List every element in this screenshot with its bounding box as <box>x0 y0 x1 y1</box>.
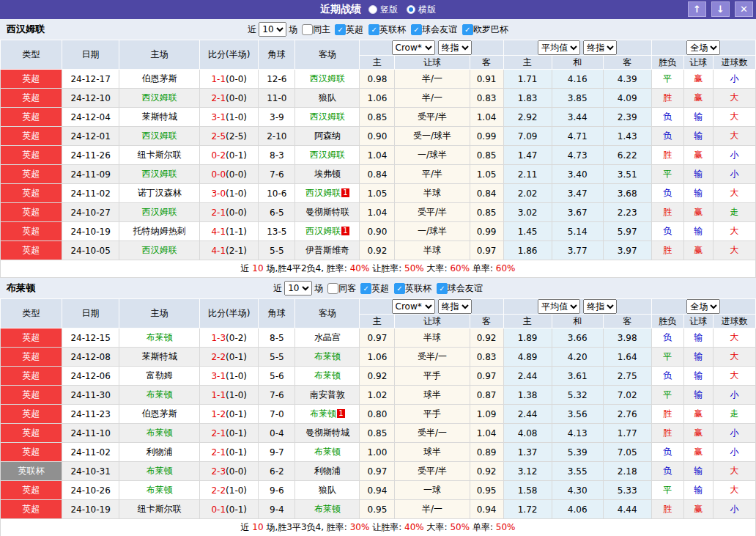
summary-segment: 近 <box>241 522 250 532</box>
summary-text: 近 10 场,胜4平2负4, 胜率: 40% 让胜率: 50% 大率: 60% … <box>1 260 756 278</box>
corner-cell: 11-0 <box>259 89 295 108</box>
final-odds-select[interactable]: 终指 <box>438 40 472 55</box>
away-team[interactable]: 布莱顿 <box>314 351 341 361</box>
home-team[interactable]: 利物浦 <box>147 447 173 457</box>
away-team[interactable]: 伊普斯维奇 <box>305 245 349 255</box>
date-cell: 24-10-19 <box>62 500 119 519</box>
fulltime-score: 2-2 <box>211 352 226 362</box>
scroll-up-button[interactable]: ↑ <box>688 1 706 17</box>
away-team[interactable]: 西汉姆联 <box>305 226 341 236</box>
summary-segment: 40% <box>350 263 370 273</box>
home-team[interactable]: 西汉姆联 <box>142 207 177 217</box>
home-team-cell: 伯恩茅斯 <box>119 405 200 424</box>
bookmaker-select[interactable]: Crow* <box>392 299 435 314</box>
home-team[interactable]: 纽卡斯尔联 <box>138 150 182 160</box>
match-count-select[interactable]: 10 <box>284 281 312 295</box>
subheader-home-odds: 主 <box>360 56 395 70</box>
home-team[interactable]: 纽卡斯尔联 <box>138 504 182 514</box>
home-odds-cell: 0.90 <box>360 127 395 146</box>
away-odds-cell: 0.83 <box>470 89 503 108</box>
league-filter-checkbox[interactable]: ✓ 英联杯 <box>368 23 406 36</box>
home-team-cell: 布莱顿 <box>119 328 200 348</box>
radio-vertical-layout[interactable]: 竖版 <box>368 4 398 16</box>
winloss-result-cell: 负 <box>651 127 683 146</box>
home-team[interactable]: 莱斯特城 <box>142 351 177 361</box>
halftime-score: (1-0) <box>226 390 247 400</box>
same-venue-checkbox[interactable]: 同主 <box>302 23 330 36</box>
league-filter-checkbox[interactable]: ✓ 英联杯 <box>394 282 431 295</box>
home-team[interactable]: 布莱顿 <box>147 332 173 342</box>
home-team[interactable]: 诺丁汉森林 <box>138 188 182 198</box>
radio-horizontal-layout[interactable]: 横版 <box>407 4 436 16</box>
league-filter-checkbox[interactable]: ✓ 欧罗巴杯 <box>462 23 508 36</box>
winloss-result-cell: 胜 <box>651 500 683 519</box>
final-odds-select[interactable]: 终指 <box>438 299 472 314</box>
final-odds-select-2[interactable]: 终指 <box>583 299 617 314</box>
away-team[interactable]: 阿森纳 <box>314 131 341 141</box>
handicap-cell: 受半/一 <box>395 424 470 443</box>
average-select[interactable]: 平均值 <box>538 40 580 55</box>
home-team[interactable]: 西汉姆联 <box>142 131 177 141</box>
home-team[interactable]: 伯恩茅斯 <box>142 408 177 419</box>
bookmaker-select[interactable]: Crow* <box>392 40 435 55</box>
match-row: 英超 24-11-10 布莱顿 2-1(0-1) 0-4 曼彻斯特城 0.85 … <box>1 424 756 443</box>
summary-row: 近 10 场,胜3平3负4, 胜率: 30% 让胜率: 40% 大率: 50% … <box>1 519 756 536</box>
home-team[interactable]: 布莱顿 <box>147 427 173 438</box>
away-team[interactable]: 布莱顿 <box>310 408 336 419</box>
league-filter-checkbox[interactable]: ✓ 英超 <box>335 23 363 36</box>
avg-away-cell: 5.33 <box>603 481 651 500</box>
away-team[interactable]: 曼彻斯特联 <box>305 207 349 217</box>
away-team[interactable]: 埃弗顿 <box>314 169 341 179</box>
away-team[interactable]: 布莱顿 <box>314 447 341 457</box>
match-count-select[interactable]: 10 <box>259 22 286 37</box>
league-filter-checkbox[interactable]: ✓ 球会友谊 <box>411 23 457 36</box>
home-team[interactable]: 西汉姆联 <box>142 92 177 103</box>
home-team[interactable]: 布莱顿 <box>147 485 173 495</box>
away-team[interactable]: 布莱顿 <box>314 504 341 514</box>
away-team[interactable]: 狼队 <box>319 485 336 495</box>
away-team[interactable]: 狼队 <box>319 92 336 103</box>
away-team[interactable]: 利物浦 <box>314 466 341 476</box>
subheader-goals: 进球数 <box>713 56 755 70</box>
away-team[interactable]: 布莱顿 <box>314 370 341 381</box>
scroll-down-button[interactable]: ↓ <box>711 1 730 17</box>
away-team[interactable]: 西汉姆联 <box>305 188 341 198</box>
score-cell: 3-1(1-0) <box>200 108 259 127</box>
home-team-cell: 纽卡斯尔联 <box>119 146 200 165</box>
average-select[interactable]: 平均值 <box>538 299 580 314</box>
away-team[interactable]: 曼彻斯特城 <box>305 427 349 438</box>
away-odds-cell: 0.91 <box>470 70 503 89</box>
section-brighton: 布莱顿 近 10 场 同客 ✓ 英超 ✓ 英联杯 ✓ 球会友谊 <box>0 278 756 536</box>
final-odds-select-2[interactable]: 终指 <box>583 40 617 55</box>
handicap-cell: 受半/一 <box>395 348 470 367</box>
scope-select[interactable]: 全场 <box>686 299 720 314</box>
away-team[interactable]: 水晶宫 <box>314 332 341 342</box>
avg-away-cell: 2.75 <box>603 367 651 386</box>
radio-vertical-label: 竖版 <box>380 4 398 16</box>
date-cell: 24-10-27 <box>62 203 119 222</box>
home-team[interactable]: 伯恩茅斯 <box>142 73 177 84</box>
match-row: 英超 24-12-06 富勒姆 3-1(1-0) 5-6 布莱顿 0.92 平手… <box>1 367 756 386</box>
home-team[interactable]: 西汉姆联 <box>142 169 177 179</box>
away-team[interactable]: 西汉姆联 <box>310 73 345 84</box>
away-team[interactable]: 南安普敦 <box>310 389 345 400</box>
home-team-cell: 诺丁汉森林 <box>119 184 200 203</box>
close-button[interactable]: ✕ <box>735 1 753 17</box>
league-filter-checkbox[interactable]: ✓ 英超 <box>360 282 389 295</box>
date-cell: 24-12-17 <box>62 70 119 89</box>
away-team[interactable]: 西汉姆联 <box>310 111 345 122</box>
home-team[interactable]: 托特纳姆热刺 <box>133 226 186 236</box>
home-team[interactable]: 莱斯特城 <box>142 111 177 122</box>
scope-select[interactable]: 全场 <box>686 40 720 55</box>
same-venue-checkbox[interactable]: 同客 <box>327 282 356 295</box>
home-team[interactable]: 富勒姆 <box>147 370 173 381</box>
home-team[interactable]: 布莱顿 <box>147 466 173 476</box>
home-team-cell: 纽卡斯尔联 <box>119 500 200 519</box>
home-team[interactable]: 布莱顿 <box>147 389 173 400</box>
score-cell: 2-1(0-0) <box>200 203 259 222</box>
away-team[interactable]: 西汉姆联 <box>310 150 345 160</box>
home-team[interactable]: 西汉姆联 <box>142 245 177 255</box>
league-filter-checkbox[interactable]: ✓ 球会友谊 <box>437 282 483 295</box>
handicap-result-cell: 输 <box>683 386 713 405</box>
winloss-result-cell: 胜 <box>651 89 683 108</box>
